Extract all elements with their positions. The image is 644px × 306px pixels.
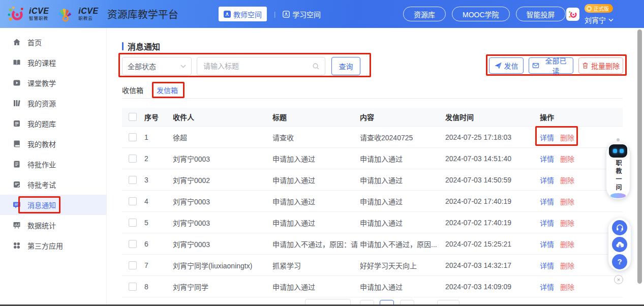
detail-link[interactable]: 详情: [540, 262, 554, 270]
learning-space-link[interactable]: 学习空间: [283, 9, 321, 19]
antenna-icon: [617, 138, 620, 141]
header-link-2[interactable]: 智能投屏: [516, 7, 566, 21]
delete-link[interactable]: 删除: [560, 240, 574, 249]
search-icon: [312, 63, 320, 70]
cell-no: 2: [144, 155, 173, 163]
tab-inbox[interactable]: 收信箱: [122, 85, 143, 95]
batch-delete-button[interactable]: 批量删除: [578, 57, 623, 74]
delete-link[interactable]: 删除: [560, 283, 574, 291]
page-title: 消息通知: [122, 40, 160, 52]
cell-content: 申请加入通过: [360, 154, 445, 164]
page: iCVE 智慧职教 iCVE 职教云: [0, 0, 644, 306]
select-all-checkbox[interactable]: [129, 113, 137, 121]
close-floating-button[interactable]: ×: [614, 275, 623, 284]
question-bank-icon: [13, 119, 21, 128]
row-checkbox[interactable]: [129, 261, 137, 269]
row-checkbox[interactable]: [129, 176, 137, 184]
cell-content: 申请加入通过: [360, 218, 445, 228]
sidebar-item-label: 我的题库: [27, 118, 56, 129]
sidebar-item-label: 消息通知: [27, 200, 56, 210]
classroom-icon: [13, 79, 21, 87]
mark-all-read-button[interactable]: 全部已读: [529, 57, 573, 74]
row-checkbox[interactable]: [129, 240, 137, 248]
sidebar-item-label: 待批考试: [27, 179, 56, 190]
delete-link[interactable]: 删除: [560, 219, 574, 227]
icve-app-icon[interactable]: [566, 8, 579, 21]
teacher-space-button[interactable]: 教师空间: [219, 7, 267, 21]
row-checkbox[interactable]: [129, 155, 137, 163]
platform-title: 资源库教学平台: [107, 7, 178, 21]
delete-link[interactable]: 删除: [560, 176, 574, 185]
row-checkbox[interactable]: [129, 283, 137, 291]
detail-link[interactable]: 详情: [540, 155, 554, 163]
title-search-input[interactable]: [202, 62, 312, 71]
cell-recipient: 刘宵宁同学: [173, 282, 272, 292]
delete-link[interactable]: 删除: [560, 198, 574, 206]
messages-table: 序号收件人标题内容发信时间操作 1徐超请查收请查收202407252024-07…: [122, 108, 623, 297]
homework-icon: [13, 160, 21, 168]
detail-link[interactable]: 详情: [540, 134, 554, 142]
detail-link[interactable]: 详情: [540, 240, 554, 249]
medal-icon: [586, 6, 592, 12]
cell-no: 5: [144, 219, 173, 227]
table-row-6: 6刘宵宁0003申请加入不通过，原因：请申请加入不通过，原因...2024-07…: [122, 233, 623, 255]
sidebar-item-courses[interactable]: 我的课程: [0, 52, 106, 73]
row-checkbox[interactable]: [129, 133, 137, 141]
cell-title: 申请加入通过: [272, 175, 360, 185]
download-button[interactable]: [612, 237, 627, 252]
sidebar-item-exam[interactable]: 待批考试: [0, 174, 106, 195]
send-message-button[interactable]: 发信: [489, 57, 524, 74]
vertical-scrollbar[interactable]: [637, 29, 642, 284]
cell-no: 8: [144, 283, 173, 291]
sidebar-item-homework[interactable]: 待批作业: [0, 154, 106, 174]
delete-link[interactable]: 删除: [560, 262, 574, 270]
cell-content: 申请加入通过: [360, 282, 445, 292]
sidebar-item-home[interactable]: 首页: [0, 32, 106, 52]
sidebar-item-apps[interactable]: 第三方应用: [0, 235, 106, 256]
sidebar-item-question-bank[interactable]: 我的题库: [0, 113, 106, 134]
cell-recipient: 刘宵宁0003: [173, 154, 272, 164]
ai-assistant-widget[interactable]: 职教一问: [606, 142, 630, 199]
paper-plane-icon: [495, 62, 502, 69]
cell-recipient: 刘宵宁0003: [173, 196, 272, 206]
row-checkbox[interactable]: [129, 219, 137, 227]
sidebar-item-message[interactable]: 消息通知: [0, 195, 106, 215]
row-checkbox[interactable]: [129, 197, 137, 205]
cell-no: 6: [144, 240, 173, 248]
message-icon: [13, 201, 21, 209]
cell-ops: 详情删除: [540, 282, 623, 292]
detail-link[interactable]: 详情: [540, 198, 554, 206]
header-link-1[interactable]: MOOC学院: [452, 7, 510, 21]
cell-title: 申请加入通过: [272, 154, 360, 164]
help-button[interactable]: ?: [612, 254, 627, 269]
sidebar-item-label: 我的教材: [27, 139, 56, 149]
cell-checkbox: [122, 261, 144, 269]
cell-select-all: [122, 113, 144, 121]
detail-link[interactable]: 详情: [540, 283, 554, 291]
sidebar-item-resources[interactable]: 我的资源: [0, 93, 106, 113]
table-row-3: 3刘宵宁0002申请加入通过申请加入通过2024-07-03 14:50:59详…: [122, 169, 623, 191]
sidebar-item-textbook[interactable]: 我的教材: [0, 134, 106, 154]
delete-link[interactable]: 删除: [560, 155, 574, 163]
cell-time: 2024-07-03 14:50:59: [445, 176, 540, 184]
icve-zhihuizhijiao-logo-icon: [7, 5, 24, 23]
header-link-0[interactable]: 资源库: [403, 7, 446, 21]
cell-title: 申请加入不通过，原因：请: [272, 239, 360, 249]
customer-service-button[interactable]: [612, 220, 627, 235]
user-menu[interactable]: 刘宵宁: [585, 15, 614, 25]
delete-link[interactable]: 删除: [560, 134, 574, 142]
sidebar-item-classroom[interactable]: 课堂教学: [0, 73, 106, 93]
learning-space-icon: [283, 11, 290, 18]
cell-no: 4: [144, 197, 173, 205]
cell-recipient: 刘宵宁0002: [173, 175, 272, 185]
query-button[interactable]: 查询: [331, 57, 360, 75]
detail-link[interactable]: 详情: [540, 219, 554, 227]
status-select[interactable]: 全部状态: [122, 57, 192, 75]
detail-link[interactable]: 详情: [540, 176, 554, 185]
cloud-download-icon: [616, 240, 624, 249]
table-row-1: 1徐超请查收请查收202407252024-07-25 17:18:03详情删除: [122, 127, 623, 148]
sidebar-item-statistics[interactable]: 数据统计: [0, 215, 106, 235]
robot-eye: [613, 149, 617, 153]
tab-outbox[interactable]: 发信箱: [157, 85, 178, 95]
nav-divider: |: [274, 11, 275, 18]
